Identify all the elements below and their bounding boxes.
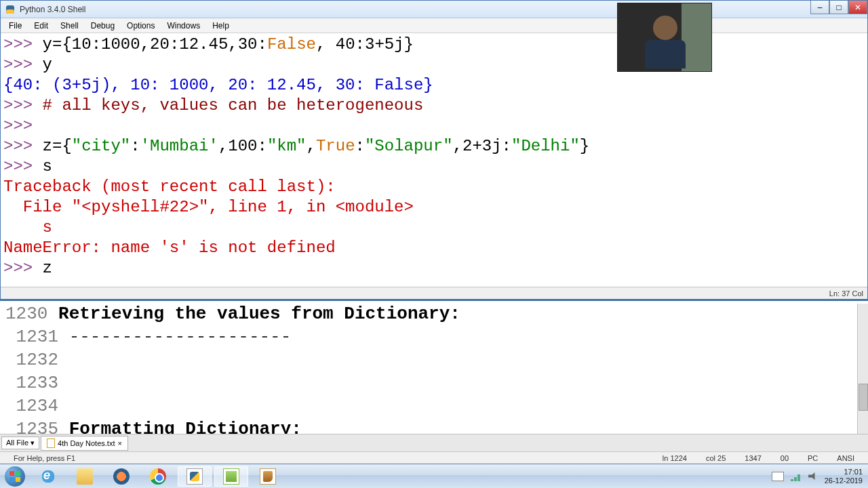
svg-rect-1 xyxy=(6,9,14,14)
line-number: 1234 xyxy=(16,396,58,416)
menu-options[interactable]: Options xyxy=(121,20,160,32)
volume-icon[interactable] xyxy=(808,472,818,481)
taskbar-media-player[interactable] xyxy=(104,466,138,487)
start-button[interactable] xyxy=(0,464,30,489)
editor-line: --------------------- xyxy=(69,327,292,347)
shell-status-bar: Ln: 37 Col xyxy=(1,287,867,299)
editor-scrollbar[interactable] xyxy=(857,304,868,435)
folder-icon xyxy=(77,468,93,485)
webcam-overlay xyxy=(617,3,712,72)
file-filter-dropdown[interactable]: All File ▾ xyxy=(1,436,39,449)
scrollbar-thumb[interactable] xyxy=(859,384,868,411)
menu-windows[interactable]: Windows xyxy=(161,20,205,32)
taskbar-paint[interactable] xyxy=(251,466,285,487)
line-number: 1230 xyxy=(5,304,47,324)
close-button[interactable]: ✕ xyxy=(848,1,867,14)
shell-text-area[interactable]: >>> y={10:1000,20:12.45,30:False, 40:3+5… xyxy=(1,33,867,287)
document-icon xyxy=(47,439,55,448)
notepad-icon xyxy=(223,468,239,485)
line-number: 1231 xyxy=(16,327,58,347)
chrome-icon xyxy=(150,468,166,485)
shell-output: {40: (3+5j), 10: 1000, 20: 12.45, 30: Fa… xyxy=(3,76,433,94)
menu-debug[interactable]: Debug xyxy=(85,20,120,32)
minimize-button[interactable]: – xyxy=(810,1,829,14)
status-pc: PC xyxy=(808,454,818,462)
menu-file[interactable]: File xyxy=(3,20,27,32)
window-title: Python 3.4.0 Shell xyxy=(20,5,863,14)
menu-help[interactable]: Help xyxy=(207,20,235,32)
system-tray[interactable]: 17:01 26-12-2019 xyxy=(766,468,868,485)
ie-icon xyxy=(40,468,56,485)
tab-close-icon[interactable]: × xyxy=(117,439,121,447)
status-col: col 25 xyxy=(706,454,726,462)
status-sel: 1347 xyxy=(745,454,761,462)
tab-label: 4th Day Notes.txt xyxy=(58,439,115,447)
notepad-window: 1230 Retrieving the values from Dictiona… xyxy=(0,300,868,453)
python-shell-window: Python 3.4.0 Shell – □ ✕ File Edit Shell… xyxy=(0,0,868,300)
clock-date: 26-12-2019 xyxy=(825,476,863,485)
editor-line: Retrieving the values from Dictionary: xyxy=(58,304,460,324)
taskbar-chrome[interactable] xyxy=(141,466,175,487)
menu-bar: File Edit Shell Debug Options Windows He… xyxy=(1,18,867,33)
media-player-icon xyxy=(113,468,130,485)
clock-time: 17:01 xyxy=(825,468,863,476)
editor-tab-bar: All File ▾ 4th Day Notes.txt × xyxy=(0,434,868,451)
taskbar[interactable]: 17:01 26-12-2019 xyxy=(0,464,868,488)
traceback-line: s xyxy=(3,218,52,237)
menu-shell[interactable]: Shell xyxy=(55,20,84,32)
line-number: 1232 xyxy=(16,350,58,370)
python-icon xyxy=(5,4,16,15)
line-number: 1233 xyxy=(16,373,58,393)
title-bar[interactable]: Python 3.4.0 Shell xyxy=(1,1,867,18)
shell-comment: # all keys, values can be heterogeneous xyxy=(43,96,424,115)
network-icon[interactable] xyxy=(791,472,802,481)
paint-icon xyxy=(260,468,276,485)
taskbar-ie[interactable] xyxy=(31,466,65,487)
clock[interactable]: 17:01 26-12-2019 xyxy=(825,468,863,485)
status-ansi: ANSI xyxy=(837,454,854,462)
taskbar-python[interactable] xyxy=(178,466,212,487)
taskbar-notepad[interactable] xyxy=(214,466,248,487)
action-center-icon[interactable] xyxy=(772,472,784,481)
traceback-line: Traceback (most recent call last): xyxy=(3,178,336,196)
windows-logo-icon xyxy=(5,466,25,487)
menu-edit[interactable]: Edit xyxy=(28,20,54,32)
status-line: ln 1224 xyxy=(663,454,687,462)
traceback-line: File "<pyshell#22>", line 1, in <module> xyxy=(3,198,414,216)
shell-cursor-position: Ln: 37 Col xyxy=(829,289,863,298)
window-controls: – □ ✕ xyxy=(810,1,867,14)
taskbar-explorer[interactable] xyxy=(68,466,102,487)
editor-text-area[interactable]: 1230 Retrieving the values from Dictiona… xyxy=(0,301,868,453)
python-icon xyxy=(186,468,203,485)
status-help: For Help, press F1 xyxy=(14,454,75,462)
status-zero: 00 xyxy=(781,454,789,462)
traceback-line: NameError: name 's' is not defined xyxy=(3,239,336,257)
maximize-button[interactable]: □ xyxy=(829,1,848,14)
document-tab[interactable]: 4th Day Notes.txt × xyxy=(41,436,128,451)
editor-status-bar: For Help, press F1 ln 1224 col 25 1347 0… xyxy=(0,451,868,464)
